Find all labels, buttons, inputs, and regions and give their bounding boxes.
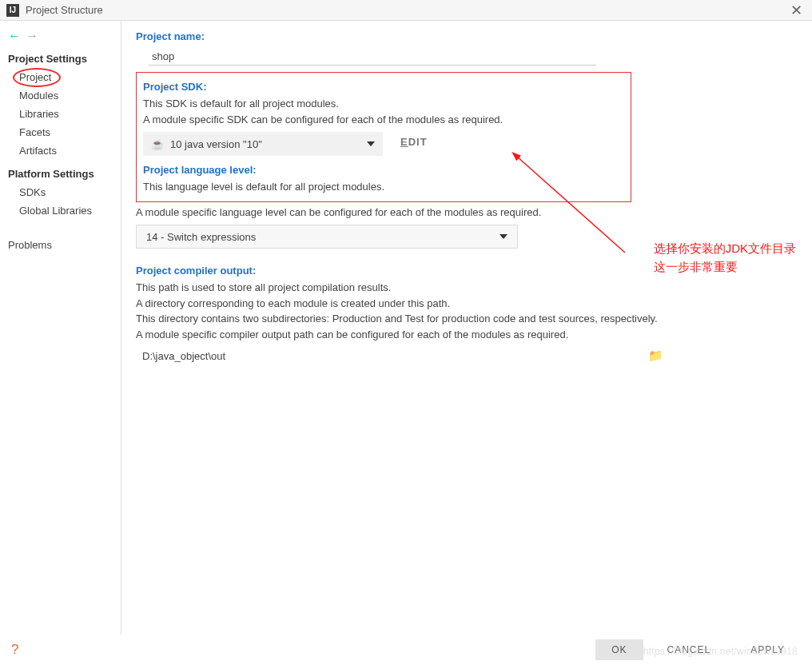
dialog-footer: ? OK CANCEL APPLY xyxy=(0,635,812,665)
help-icon[interactable]: ? xyxy=(11,642,18,658)
compiler-desc-2: A directory corresponding to each module… xyxy=(136,296,798,312)
sidebar-item-modules[interactable]: Modules xyxy=(0,86,121,105)
sdk-desc-2: A module specific SDK can be configured … xyxy=(143,112,624,128)
compiler-output-value: D:\java_object\out xyxy=(142,350,225,362)
chevron-down-icon xyxy=(367,141,375,146)
compiler-output-row: D:\java_object\out 📁 xyxy=(136,348,663,363)
sidebar-item-sdks[interactable]: SDKs xyxy=(0,183,121,201)
sdk-value: 10 java version "10" xyxy=(170,138,262,150)
forward-arrow-icon: → xyxy=(26,29,38,43)
sidebar-item-artifacts[interactable]: Artifacts xyxy=(0,141,121,160)
section-project-settings: Project Settings xyxy=(0,50,121,68)
sdk-desc-1: This SDK is default for all project modu… xyxy=(143,96,624,112)
annotation-line-1: 选择你安装的JDK文件目录 xyxy=(654,240,796,258)
cancel-button[interactable]: CANCEL xyxy=(651,639,727,660)
lang-level-label: Project language level: xyxy=(143,164,624,176)
titlebar: IJ Project Structure ✕ xyxy=(0,0,812,21)
close-icon[interactable]: ✕ xyxy=(787,2,806,19)
lang-level-dropdown[interactable]: 14 - Switch expressions xyxy=(136,225,518,249)
sidebar-item-facets[interactable]: Facets xyxy=(0,123,121,141)
sdk-section-highlight: Project SDK: This SDK is default for all… xyxy=(136,72,631,202)
sidebar: ← → Project Settings Project Modules Lib… xyxy=(0,21,121,635)
sdk-dropdown-row: ☕ 10 java version "10" EDIT xyxy=(143,127,624,156)
annotation-line-2: 这一步非常重要 xyxy=(654,258,796,277)
apply-button[interactable]: APPLY xyxy=(734,639,801,660)
sidebar-item-problems[interactable]: Problems xyxy=(0,236,121,254)
content-wrap: ← → Project Settings Project Modules Lib… xyxy=(0,21,812,635)
back-arrow-icon[interactable]: ← xyxy=(8,29,21,43)
project-name-row: Project name: xyxy=(136,30,798,66)
edit-sdk-link[interactable]: EDIT xyxy=(400,136,428,148)
lang-level-desc-1: This language level is default for all p… xyxy=(143,179,624,195)
compiler-desc-3: This directory contains two subdirectori… xyxy=(136,311,798,327)
sdk-dropdown[interactable]: ☕ 10 java version "10" xyxy=(143,132,383,156)
annotation-text: 选择你安装的JDK文件目录 这一步非常重要 xyxy=(654,240,796,276)
project-name-input[interactable] xyxy=(149,48,596,66)
lang-level-value: 14 - Switch expressions xyxy=(146,231,256,243)
section-platform-settings: Platform Settings xyxy=(0,165,121,183)
chevron-down-icon xyxy=(500,234,508,239)
project-sdk-label: Project SDK: xyxy=(143,81,624,93)
lang-level-desc-2: A module specific language level can be … xyxy=(136,205,798,221)
nav-arrows: ← → xyxy=(0,26,121,50)
app-icon: IJ xyxy=(6,4,19,17)
sidebar-item-project[interactable]: Project xyxy=(0,68,121,86)
compiler-desc-4: A module specific compiler output path c… xyxy=(136,327,798,343)
ok-button[interactable]: OK xyxy=(595,639,643,660)
sidebar-item-libraries[interactable]: Libraries xyxy=(0,105,121,123)
main-panel: Project name: Project SDK: This SDK is d… xyxy=(121,21,812,635)
project-name-label: Project name: xyxy=(136,30,798,42)
window-title: Project Structure xyxy=(26,4,787,16)
browse-folder-icon[interactable]: 📁 xyxy=(648,348,663,363)
sidebar-item-global-libraries[interactable]: Global Libraries xyxy=(0,201,121,220)
java-icon: ☕ xyxy=(151,138,164,150)
compiler-desc-1: This path is used to store all project c… xyxy=(136,280,798,296)
